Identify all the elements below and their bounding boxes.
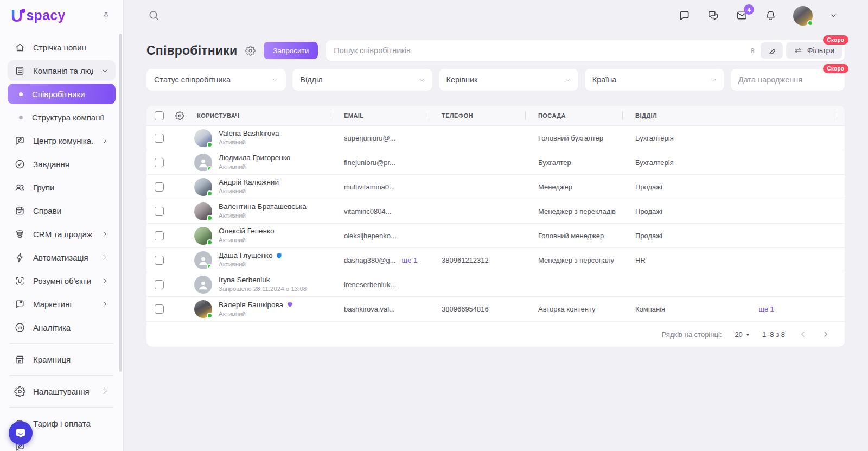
avatar	[194, 300, 212, 318]
caret-down-icon: ▾	[746, 332, 749, 338]
sidebar-item-automation[interactable]: Автоматизація	[8, 247, 116, 268]
header-end-cell	[835, 106, 848, 125]
sidebar-item-company-people[interactable]: Компанія та люди	[8, 60, 116, 81]
global-search-icon[interactable]	[148, 9, 160, 22]
email-text: bashkirova.val...	[344, 305, 395, 313]
filter-5[interactable]: Дата народженняСкоро	[731, 69, 845, 91]
email-cell: vitaminc0804...	[331, 207, 429, 215]
table-row[interactable]: Валерія БашкіроваАктивнийbashkirova.val.…	[146, 297, 845, 321]
chevron-right-icon	[101, 137, 109, 145]
filters-row: Статус співробітникаВідділКерівникКраїна…	[146, 69, 845, 91]
bullet-icon	[19, 92, 23, 96]
clear-search-button[interactable]	[761, 42, 783, 59]
group-chats-icon[interactable]	[707, 9, 719, 22]
table-row[interactable]: Людмила ГригоренкоАктивнийfinejunioru@pr…	[146, 150, 845, 175]
sidebar: U spacy Стрічка новинКомпанія та людиСпі…	[0, 0, 124, 451]
support-chat-launcher[interactable]	[9, 421, 33, 445]
table-row[interactable]: Андрій КалюжнийАктивнийmultivitamina0...…	[146, 175, 845, 199]
automation-icon	[14, 252, 25, 263]
filter-1[interactable]: Статус співробітника	[146, 69, 286, 91]
mail-icon[interactable]: 4	[736, 9, 748, 22]
department-text: Продажі	[635, 207, 662, 215]
row-checkbox[interactable]	[155, 304, 164, 314]
email-more-link[interactable]: ще 1	[402, 256, 418, 264]
soon-badge: Скоро	[823, 35, 848, 45]
table-row[interactable]: Валентина БраташевськаАктивнийvitaminc08…	[146, 199, 845, 224]
chat-smile-icon	[14, 426, 28, 440]
sidebar-item-label: Крамниця	[33, 355, 71, 364]
uspacy-logo[interactable]: U spacy	[11, 8, 66, 24]
department-more-link[interactable]: ще 1	[758, 305, 774, 313]
user-avatar[interactable]	[793, 6, 813, 26]
filter-4[interactable]: Країна	[585, 69, 724, 91]
avatar	[194, 129, 212, 147]
sidebar-item-crm-sales[interactable]: CRM та продажі	[8, 224, 116, 244]
next-page-button[interactable]	[821, 329, 831, 339]
user-cell: Valeria BashkirovaАктивний	[171, 129, 331, 147]
filters-button[interactable]: Фільтри	[786, 42, 842, 59]
row-checkbox[interactable]	[155, 280, 164, 289]
sidebar-item-activities[interactable]: Справи	[8, 200, 116, 221]
online-status-dot	[207, 215, 213, 221]
avatar	[194, 227, 212, 245]
sidebar-item-store[interactable]: Крамниця	[8, 349, 116, 370]
sidebar-item-groups[interactable]: Групи	[8, 177, 116, 198]
email-cell: multivitamina0...	[331, 183, 429, 191]
sidebar-item-label: Маркетинг	[33, 300, 73, 309]
notifications-bell-icon[interactable]	[764, 9, 777, 22]
online-status-dot	[807, 20, 813, 26]
employee-search-input[interactable]	[334, 46, 744, 55]
chat-icon[interactable]	[678, 9, 691, 22]
employee-searchbar: 8 Фільтри Скоро	[326, 40, 845, 61]
column-label: EMAIL	[344, 112, 363, 119]
sidebar-item-tasks[interactable]: Завдання	[8, 154, 116, 174]
row-checkbox[interactable]	[155, 231, 164, 240]
page-settings-gear-icon[interactable]	[245, 46, 256, 56]
department-text: Бухгалтерія	[635, 134, 674, 142]
user-status: Активний	[219, 310, 293, 319]
chevron-right-icon	[101, 300, 109, 308]
sidebar-item-comms-center[interactable]: Центр комуніка...	[8, 130, 116, 151]
department-cell: HR	[622, 256, 845, 264]
previous-page-button[interactable]	[798, 329, 808, 339]
pin-icon[interactable]	[101, 11, 111, 21]
profile-menu-chevron-icon[interactable]	[829, 11, 838, 20]
table-settings-gear-icon[interactable]	[175, 111, 184, 120]
page-title: Співробітники	[146, 43, 237, 58]
sidebar-item-settings[interactable]: Налаштування	[8, 381, 116, 402]
sidebar-item-employees[interactable]: Співробітники	[8, 84, 116, 104]
row-checkbox[interactable]	[155, 158, 164, 167]
chevron-right-icon	[101, 277, 109, 285]
row-checkbox[interactable]	[155, 182, 164, 192]
filter-label: Країна	[592, 75, 617, 84]
online-status-dot	[207, 239, 213, 245]
column-header-телефон: ТЕЛЕФОН	[429, 106, 525, 125]
row-checkbox[interactable]	[155, 207, 164, 216]
row-checkbox[interactable]	[155, 134, 164, 143]
sidebar-item-company-structure[interactable]: Структура компанії	[8, 107, 116, 128]
filter-3[interactable]: Керівник	[439, 69, 578, 91]
department-cell: Продажі	[622, 183, 845, 191]
chevron-right-icon	[101, 388, 109, 396]
select-all-checkbox[interactable]	[155, 111, 164, 120]
sidebar-item-smart-objects[interactable]: Розумні об'єкти	[8, 270, 116, 291]
rows-per-page-select[interactable]: 20 ▾	[735, 331, 749, 339]
sidebar-item-marketing[interactable]: Маркетинг	[8, 294, 116, 314]
chevron-down-icon	[271, 76, 279, 84]
row-checkbox[interactable]	[155, 256, 164, 265]
table-row[interactable]: Valeria BashkirovaАктивнийsuperjunioru@.…	[146, 126, 845, 150]
sidebar-item-news-feed[interactable]: Стрічка новин	[8, 37, 116, 58]
sidebar-item-analytics[interactable]: Аналітика	[8, 317, 116, 338]
chevron-left-icon	[798, 329, 808, 339]
mail-badge: 4	[744, 4, 754, 15]
user-name-text: Людмила Григоренко	[219, 153, 290, 163]
table-row[interactable]: Iryna SerbeniukЗапрошено 28.11.2024 о 13…	[146, 272, 845, 297]
sidebar-scrollbar[interactable]	[119, 34, 122, 372]
table-row[interactable]: Олексій ГепенкоАктивнийoleksijhepenko...…	[146, 224, 845, 248]
sidebar-divider	[10, 343, 113, 344]
column-header-email: EMAIL	[331, 106, 429, 125]
table-row[interactable]: Даша ГлущенкоАктивнийdashag380@g...ще 13…	[146, 248, 845, 272]
invite-button[interactable]: Запросити	[264, 42, 318, 59]
filter-2[interactable]: Відділ	[292, 69, 432, 91]
row-checkbox-cell	[146, 231, 171, 240]
